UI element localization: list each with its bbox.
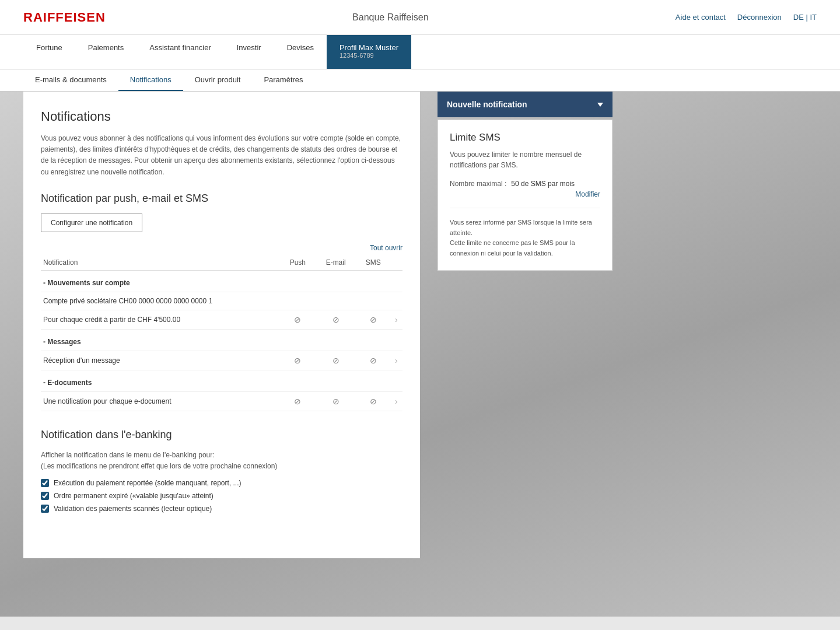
intro-text: Vous pouvez vous abonner à des notificat… (41, 133, 402, 178)
col-action (390, 255, 402, 271)
table-row: Une notification pour chaque e-document … (41, 391, 402, 411)
section-messages-label: - Messages (41, 329, 402, 351)
check-icon: ⊘ (332, 356, 340, 365)
nav-profil[interactable]: Profil Max Muster 12345-6789 (327, 35, 411, 69)
nouvelle-notif-label: Nouvelle notification (447, 100, 527, 109)
main-nav: Fortune Paiements Assistant financier In… (0, 35, 840, 69)
nouvelle-notif-dropdown[interactable]: Nouvelle notification (438, 92, 612, 117)
configure-button[interactable]: Configurer une notification (41, 214, 142, 232)
section-mouvements: - Mouvements sur compte (41, 270, 402, 292)
notif-edoc-arrow[interactable]: › (390, 391, 402, 411)
bank-name: Banque Raiffeisen (352, 12, 428, 23)
limite-label: Nombre maximal : (450, 180, 506, 188)
checkbox-ordre[interactable] (41, 492, 49, 500)
limite-row: Nombre maximal : 50 de SMS par mois (450, 180, 600, 188)
profil-id: 12345-6789 (340, 52, 374, 59)
checkbox-paiement[interactable] (41, 479, 49, 487)
chevron-down-icon (597, 103, 603, 107)
aide-contact-link[interactable]: Aide et contact (676, 13, 726, 22)
account-name: Compte privé sociétaire CH00 0000 0000 0… (41, 292, 402, 310)
notif-credit-sms: ⊘ (356, 310, 390, 329)
language-switcher: DE | IT (793, 13, 817, 22)
check-icon: ⊘ (370, 315, 377, 324)
notif-credit-label: Pour chaque crédit à partir de CHF 4'500… (41, 310, 280, 329)
notif-edoc-push: ⊘ (280, 391, 315, 411)
notif-message-arrow[interactable]: › (390, 351, 402, 370)
notif-edoc-label: Une notification pour chaque e-document (41, 391, 280, 411)
page-title: Notifications (41, 109, 402, 124)
checkbox-validation-label: Validation des paiements scannés (lecteu… (54, 505, 212, 513)
notif-credit-arrow[interactable]: › (390, 310, 402, 329)
checkbox-row-2: Ordre permanent expiré («valable jusqu'a… (41, 492, 402, 500)
check-icon: ⊘ (370, 356, 377, 365)
main-content: Notifications Vous pouvez vous abonner à… (23, 92, 420, 558)
subnav-ouvrir[interactable]: Ouvrir produit (183, 69, 253, 91)
col-email: E-mail (315, 255, 356, 271)
tout-ouvrir-link[interactable]: Tout ouvrir (370, 244, 402, 252)
checkbox-row-1: Exécution du paiement reportée (solde ma… (41, 479, 402, 487)
table-row: Réception d'un message ⊘ ⊘ ⊘ › (41, 351, 402, 370)
notif-message-sms: ⊘ (356, 351, 390, 370)
notif-edoc-email: ⊘ (315, 391, 356, 411)
subnav-emails[interactable]: E-mails & documents (23, 69, 118, 91)
profil-name: Profil Max Muster (340, 43, 398, 52)
sub-nav: E-mails & documents Notifications Ouvrir… (0, 69, 840, 92)
checkbox-row-3: Validation des paiements scannés (lecteu… (41, 505, 402, 513)
limite-note: Vous serez informé par SMS lorsque la li… (450, 218, 600, 258)
check-icon: ⊘ (294, 356, 301, 365)
subnav-parametres[interactable]: Paramètres (252, 69, 314, 91)
notif-credit-push: ⊘ (280, 310, 315, 329)
check-icon: ⊘ (332, 315, 340, 324)
check-icon: ⊘ (294, 397, 301, 406)
banking-desc: Afficher la notification dans le menu de… (41, 450, 402, 472)
section1-title: Notification par push, e-mail et SMS (41, 192, 402, 205)
checkbox-validation[interactable] (41, 505, 49, 513)
section-edocs-label: - E-documents (41, 370, 402, 391)
chevron-right-icon: › (395, 397, 398, 406)
lang-de[interactable]: DE (793, 13, 804, 22)
check-icon: ⊘ (370, 397, 377, 406)
notif-edoc-sms: ⊘ (356, 391, 390, 411)
deconnexion-link[interactable]: Déconnexion (737, 13, 782, 22)
logo: RAIFFEISEN (23, 10, 106, 25)
header: RAIFFEISEN Banque Raiffeisen Aide et con… (0, 0, 840, 35)
limite-sms-desc: Vous pouvez limiter le nombre mensuel de… (450, 149, 600, 170)
nav-paiements[interactable]: Paiements (75, 35, 136, 69)
limite-sms-card: Limite SMS Vous pouvez limiter le nombre… (438, 120, 612, 271)
lang-it[interactable]: IT (810, 13, 817, 22)
chevron-right-icon: › (395, 315, 398, 324)
checkbox-ordre-label: Ordre permanent expiré («valable jusqu'a… (54, 492, 214, 500)
col-push: Push (280, 255, 315, 271)
table-header-row: Tout ouvrir (41, 244, 402, 252)
notif-message-label: Réception d'un message (41, 351, 280, 370)
nav-fortune[interactable]: Fortune (23, 35, 75, 69)
banking-section: Notification dans l'e-banking Afficher l… (41, 429, 402, 513)
section-messages: - Messages (41, 329, 402, 351)
divider (450, 208, 600, 208)
modifier-link[interactable]: Modifier (450, 190, 600, 198)
notif-message-push: ⊘ (280, 351, 315, 370)
limite-value: 50 de SMS par mois (511, 180, 575, 188)
notifications-table: Notification Push E-mail SMS - Mouvement… (41, 255, 402, 411)
checkbox-paiement-label: Exécution du paiement reportée (solde ma… (54, 479, 242, 487)
notif-credit-email: ⊘ (315, 310, 356, 329)
subnav-notifications[interactable]: Notifications (118, 69, 183, 91)
col-notification: Notification (41, 255, 280, 271)
section-edocs: - E-documents (41, 370, 402, 391)
notif-message-email: ⊘ (315, 351, 356, 370)
nav-devises[interactable]: Devises (274, 35, 327, 69)
chevron-right-icon: › (395, 356, 398, 365)
section-mouvements-label: - Mouvements sur compte (41, 270, 402, 292)
check-icon: ⊘ (294, 315, 301, 324)
section2-title: Notification dans l'e-banking (41, 429, 402, 441)
header-actions: Aide et contact Déconnexion DE | IT (676, 13, 817, 22)
table-row: Pour chaque crédit à partir de CHF 4'500… (41, 310, 402, 329)
account-row: Compte privé sociétaire CH00 0000 0000 0… (41, 292, 402, 310)
nav-assistant[interactable]: Assistant financier (136, 35, 224, 69)
col-sms: SMS (356, 255, 390, 271)
limite-sms-title: Limite SMS (450, 132, 600, 144)
nav-investir[interactable]: Investir (224, 35, 274, 69)
check-icon: ⊘ (332, 397, 340, 406)
sidebar-panel: Nouvelle notification Limite SMS Vous po… (438, 92, 612, 558)
background-area: Notifications Vous pouvez vous abonner à… (0, 92, 840, 617)
